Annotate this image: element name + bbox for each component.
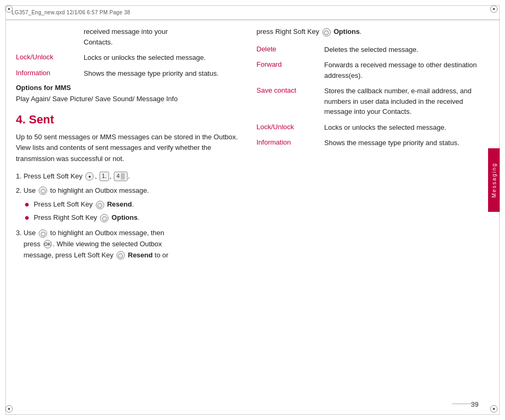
bullet-item-options: ● Press Right Soft Key ◯ Options.: [16, 212, 241, 224]
sent-body-paragraph: Up to 50 sent messages or MMS messages c…: [16, 132, 241, 165]
key-1: 1.: [100, 172, 109, 181]
right-def-row-lock: Lock/Unlock Locks or unlocks the selecte…: [257, 122, 482, 133]
nav-icon-2: ◯: [39, 186, 47, 195]
side-tab-label: Messaging: [491, 163, 497, 198]
right-intro: press Right Soft Key ◯ Options.: [257, 26, 482, 37]
right-def-row-save-contact: Save contact Stores the callback number,…: [257, 86, 482, 117]
bullet-item-resend: ● Press Left Soft Key ◯ Resend.: [16, 199, 241, 210]
left-desc-information: Shows the message type priority and stat…: [84, 68, 241, 79]
left-soft-key-icon-1: ●: [85, 172, 94, 181]
right-def-row-forward: Forward Forwards a received message to o…: [257, 60, 482, 81]
right-column: press Right Soft Key ◯ Options. Delete D…: [257, 26, 482, 394]
options-mms-heading: Options for MMS: [16, 84, 241, 92]
right-term-save-contact: Save contact: [257, 86, 315, 117]
nav-icon-3: ◯: [39, 229, 47, 238]
left-soft-key-icon-3: ◯: [116, 251, 125, 260]
right-term-information: Information: [257, 138, 315, 148]
left-term-information: Information: [16, 68, 74, 79]
left-intro-spacer: [16, 26, 74, 47]
reg-mark-tl: [5, 5, 15, 15]
right-term-lock: Lock/Unlock: [257, 122, 315, 133]
right-def-row-information: Information Shows the message type prior…: [257, 138, 482, 148]
right-desc-forward: Forwards a received message to other des…: [324, 60, 482, 81]
right-desc-lock: Locks or unlocks the selected message.: [324, 122, 482, 133]
numbered-item-3: 3. Use ◯ to highlight an Outbox message,…: [16, 228, 241, 261]
left-intro-text: received message into yourContacts.: [84, 26, 241, 47]
side-tab-messaging: Messaging: [488, 148, 500, 212]
right-desc-information: Shows the message type priority and stat…: [324, 138, 482, 148]
left-intro-block: received message into yourContacts.: [16, 26, 241, 47]
right-term-forward: Forward: [257, 60, 315, 81]
right-soft-key-icon-intro: ◯: [322, 28, 331, 37]
right-def-row-delete: Delete Deletes the selected message.: [257, 44, 482, 55]
options-mms-sub: Play Again/ Save Picture/ Save Sound/ Me…: [16, 94, 241, 104]
reg-mark-tr: [490, 5, 500, 15]
left-soft-key-icon-bullet1: ◯: [96, 201, 104, 209]
numbered-item-2: 2. Use ◯ to highlight an Outbox message.: [16, 185, 241, 196]
key-4th: 4 ▒: [114, 172, 127, 181]
footer-divider: [452, 404, 479, 404]
right-desc-save-contact: Stores the callback number, e-mail addre…: [324, 86, 482, 117]
left-desc-lock: Locks or unlocks the selected message.: [84, 52, 241, 63]
left-def-row-lock: Lock/Unlock Locks or unlocks the selecte…: [16, 52, 241, 63]
reg-mark-br: [490, 405, 500, 415]
right-term-delete: Delete: [257, 44, 315, 55]
ok-key-icon: OK: [43, 240, 52, 248]
bullet-dot-1: ●: [24, 199, 30, 210]
left-column: received message into yourContacts. Lock…: [16, 26, 241, 394]
right-desc-delete: Deletes the selected message.: [324, 44, 482, 55]
numbered-item-1: 1. Press Left Soft Key ●, 1., 4 ▒.: [16, 171, 241, 182]
page-number: 39: [471, 400, 479, 408]
right-soft-key-icon-bullet2: ◯: [100, 214, 109, 222]
sent-section-title: 4. Sent: [16, 113, 241, 127]
reg-mark-bl: [5, 405, 15, 415]
bullet-dot-2: ●: [24, 212, 30, 224]
left-def-row-information: Information Shows the message type prior…: [16, 68, 241, 79]
content-wrapper: received message into yourContacts. Lock…: [16, 26, 481, 394]
left-term-lock: Lock/Unlock: [16, 52, 74, 63]
